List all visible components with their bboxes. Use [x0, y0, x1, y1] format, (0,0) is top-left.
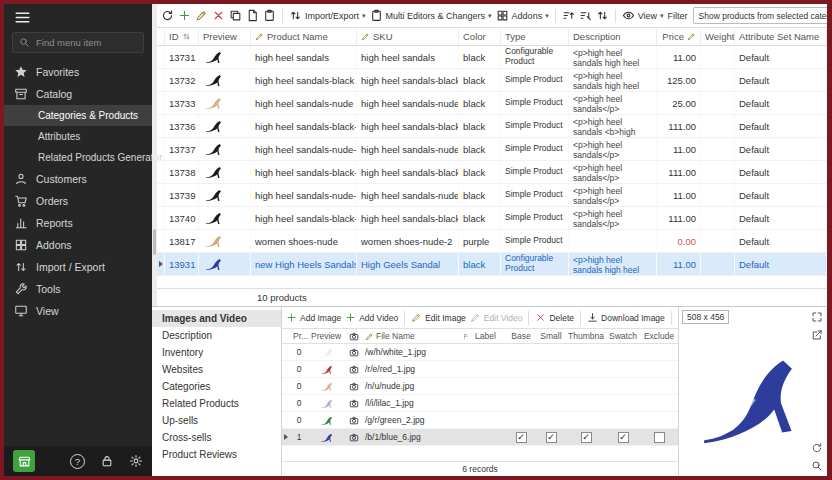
col-header-flag[interactable]: [460, 329, 472, 343]
sidebar-item[interactable]: Catalog: [4, 83, 152, 105]
tab-item[interactable]: Cross-sells: [152, 429, 281, 446]
product-row[interactable]: 13736 high heel sandals-black-36 high he…: [157, 115, 827, 138]
col-header-description[interactable]: Description: [569, 28, 657, 45]
refresh-preview-icon[interactable]: [811, 442, 823, 454]
tab-item[interactable]: Categories: [152, 378, 281, 395]
tab-item[interactable]: Up-sells: [152, 412, 281, 429]
image-row[interactable]: 0 /r/e/red_1.jpg: [282, 361, 678, 378]
col-header-position[interactable]: Pr...: [290, 329, 308, 343]
product-row[interactable]: 13740 high heel sandals-black-38 high he…: [157, 207, 827, 230]
delete-product-button[interactable]: [212, 9, 225, 22]
category-filter-select[interactable]: Show products from selected categories ▾: [693, 7, 827, 24]
menu-search[interactable]: [12, 32, 144, 53]
expand-icon[interactable]: [811, 311, 823, 323]
cell-camera[interactable]: [346, 395, 362, 411]
add-image-button[interactable]: Add Image: [286, 312, 341, 323]
clipboard-button[interactable]: [263, 9, 276, 22]
product-row[interactable]: 13817 women shoes-nude women shoes-nude-…: [157, 230, 827, 253]
image-row[interactable]: 0 /w/h/white_1.jpg: [282, 344, 678, 361]
col-header-base[interactable]: Base: [506, 329, 536, 343]
product-row[interactable]: 13733 high heel sandals-nude high heel s…: [157, 92, 827, 115]
col-header-small[interactable]: Small: [536, 329, 566, 343]
col-header-sku[interactable]: SKU: [357, 28, 459, 45]
cell-camera[interactable]: [346, 429, 362, 445]
product-row[interactable]: 13739 high heel sandals-nude-37 high hee…: [157, 184, 827, 207]
menu-search-input[interactable]: [36, 37, 137, 48]
sidebar-item[interactable]: Addons: [4, 234, 152, 256]
product-row[interactable]: 13732 high heel sandals-black high heel …: [157, 69, 827, 92]
sidebar-item[interactable]: Related Products Generator: [4, 147, 152, 168]
view-menu[interactable]: View ▾: [622, 9, 664, 22]
cell-camera[interactable]: [346, 344, 362, 360]
col-header-price[interactable]: Price: [657, 28, 701, 45]
download-image-button[interactable]: Download Image: [587, 312, 665, 323]
reorder-button[interactable]: [596, 9, 609, 22]
copy-button[interactable]: [229, 9, 242, 22]
edit-product-button[interactable]: [195, 9, 208, 22]
swatch-checkbox[interactable]: ✓: [618, 432, 629, 443]
sort-desc-button[interactable]: [579, 9, 592, 22]
sidebar-item[interactable]: Import / Export: [4, 256, 152, 278]
small-checkbox[interactable]: ✓: [546, 432, 557, 443]
col-header-exclude[interactable]: Exclude: [640, 329, 678, 343]
import-export-menu[interactable]: Import/Export ▾: [289, 9, 366, 22]
sort-asc-button[interactable]: [562, 9, 575, 22]
thumbnail-checkbox[interactable]: ✓: [581, 432, 592, 443]
col-header-type[interactable]: Type: [501, 28, 569, 45]
exclude-checkbox[interactable]: ✓: [654, 432, 665, 443]
addons-menu[interactable]: Addons ▾: [496, 9, 549, 22]
tab-item[interactable]: Related Products: [152, 395, 281, 412]
edit-image-button[interactable]: Edit Image: [411, 312, 466, 323]
add-video-button[interactable]: Add Video: [345, 312, 398, 323]
tab-item[interactable]: Images and Video: [152, 310, 281, 327]
product-row[interactable]: 13737 high heel sandals-nude-36 high hee…: [157, 138, 827, 161]
refresh-button[interactable]: [161, 9, 174, 22]
lock-icon[interactable]: [100, 454, 114, 468]
col-header-id[interactable]: ID: [165, 28, 199, 45]
col-header-name[interactable]: Product Name: [251, 28, 357, 45]
sidebar-item[interactable]: Reports: [4, 212, 152, 234]
col-header-attribute-set[interactable]: Attribute Set Name: [735, 28, 827, 45]
tab-item[interactable]: Websites: [152, 361, 281, 378]
tab-item[interactable]: Inventory: [152, 344, 281, 361]
sidebar-item[interactable]: Tools: [4, 278, 152, 300]
col-header-color[interactable]: Color: [459, 28, 501, 45]
cell-camera[interactable]: [346, 361, 362, 377]
tab-item[interactable]: Description: [152, 327, 281, 344]
cell-camera[interactable]: [346, 412, 362, 428]
col-header-preview[interactable]: Preview: [308, 329, 346, 343]
col-header-swatch[interactable]: Swatch: [606, 329, 640, 343]
col-header-thumbnail[interactable]: Thumbna: [566, 329, 606, 343]
sidebar-item[interactable]: Customers: [4, 168, 152, 190]
product-row[interactable]: 13738 high heel sandals-black-37 high he…: [157, 161, 827, 184]
image-row[interactable]: 0 /g/r/green_2.jpg: [282, 412, 678, 429]
image-row[interactable]: 1 /b/1/blue_6.jpg ✓ ✓ ✓ ✓ ✓: [282, 429, 678, 446]
gear-icon[interactable]: [129, 454, 143, 468]
cell-camera[interactable]: [346, 378, 362, 394]
external-link-icon[interactable]: [811, 329, 823, 341]
multi-editors-menu[interactable]: Multi Editors & Changers ▾: [370, 9, 492, 22]
sidebar-item[interactable]: Attributes: [4, 126, 152, 147]
store-button[interactable]: [13, 450, 35, 472]
zoom-icon[interactable]: [811, 460, 823, 472]
sidebar-item[interactable]: Categories & Products: [4, 105, 152, 126]
col-header-preview[interactable]: Preview: [199, 28, 251, 45]
col-header-weight[interactable]: Weight: [701, 28, 735, 45]
sidebar-item[interactable]: Orders: [4, 190, 152, 212]
sidebar-item[interactable]: Favorites: [4, 61, 152, 83]
col-header-filename[interactable]: File Name: [362, 329, 460, 343]
base-checkbox[interactable]: ✓: [516, 432, 527, 443]
col-header-label[interactable]: Label: [472, 329, 506, 343]
delete-image-button[interactable]: Delete: [535, 312, 574, 323]
duplicate-button[interactable]: [246, 9, 259, 22]
image-row[interactable]: 0 /n/u/nude.jpg: [282, 378, 678, 395]
tab-item[interactable]: Product Reviews: [152, 446, 281, 463]
sidebar-item[interactable]: View: [4, 300, 152, 322]
hamburger-menu-button[interactable]: [14, 9, 31, 26]
help-button[interactable]: ?: [70, 454, 85, 469]
product-row[interactable]: 13931 new High Heels Sandals High Geels …: [157, 253, 827, 276]
product-row[interactable]: 13731 high heel sandals high heel sandal…: [157, 46, 827, 69]
image-row[interactable]: 0 /l/i/lilac_1.jpg: [282, 395, 678, 412]
col-header-camera[interactable]: [346, 329, 362, 343]
add-product-button[interactable]: [178, 9, 191, 22]
